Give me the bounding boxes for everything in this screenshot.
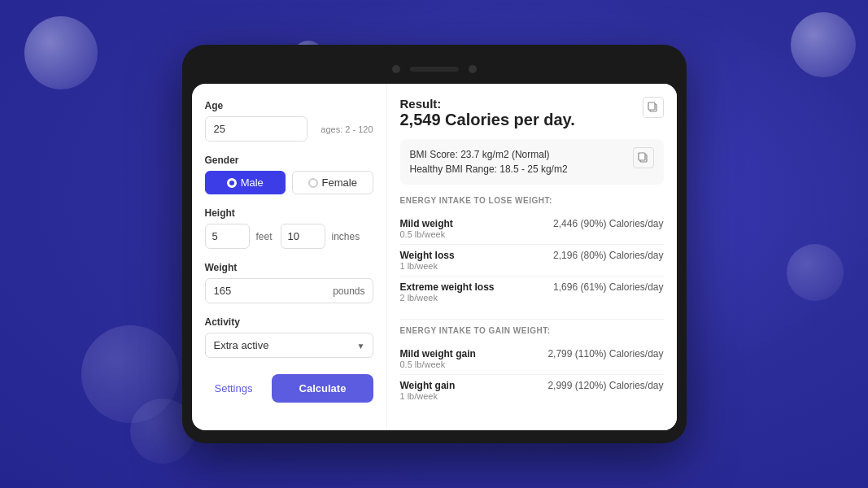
copy-bmi-button[interactable] [633,147,654,168]
height-group: Height feet inches [205,207,373,249]
height-label: Height [205,207,373,219]
gender-female-option[interactable]: Female [292,171,373,194]
app-content: Age ages: 2 - 120 Gender Male [192,84,677,430]
energy-sublabel: 1 lb/week [400,261,455,271]
height-inches-input[interactable] [281,224,325,249]
lose-energy-row: Mild weight 0.5 lb/week 2,446 (90%) Calo… [400,213,664,245]
calculate-button[interactable]: Calculate [272,374,373,403]
bmi-score: BMI Score: 23.7 kg/m2 (Normal) [410,147,568,162]
orb-top-left [24,16,98,89]
gender-label: Gender [205,155,373,166]
activity-group: Activity Sedentary Lightly active Modera… [205,316,373,358]
energy-label: Weight loss [400,250,455,261]
lose-weight-title: ENERGY INTAKE TO LOSE WEIGHT: [400,196,664,205]
lose-energy-row: Weight loss 1 lb/week 2,196 (80%) Calori… [400,245,664,277]
radio-dot-male [227,178,237,188]
weight-input-wrapper: pounds [205,278,373,303]
weight-unit-label: pounds [333,285,364,297]
copy-result-button[interactable] [643,97,664,118]
tablet-camera-right [469,65,477,73]
lose-energy-row: Extreme weight loss 2 lb/week 1,696 (61%… [400,277,664,307]
gender-row: Male Female [205,171,373,194]
gender-male-label: Male [241,176,264,189]
weight-group: Weight pounds [205,262,373,303]
energy-sublabel: 2 lb/week [400,293,495,303]
section-divider [400,319,664,320]
tablet-top-bar [192,54,677,84]
feet-unit-label: feet [256,231,273,242]
age-label: Age [205,100,373,111]
energy-label: Mild weight [400,218,453,229]
right-panel: Result: 2,549 Calories per day. BMI Scor… [387,84,677,430]
weight-label: Weight [205,262,373,273]
gain-weight-section: ENERGY INTAKE TO GAIN WEIGHT: Mild weigh… [400,326,664,406]
result-title: Result: [400,97,575,111]
svg-rect-1 [648,102,655,110]
energy-sublabel: 0.5 lb/week [400,229,453,239]
bmi-text-block: BMI Score: 23.7 kg/m2 (Normal) Healthy B… [410,147,568,176]
energy-value: 2,446 (90%) Calories/day [553,218,663,229]
tablet-speaker [410,67,459,72]
gender-group: Gender Male Female [205,155,373,194]
energy-value: 2,196 (80%) Calories/day [553,250,663,261]
energy-value: 2,999 (120%) Calories/day [547,380,663,391]
result-text-block: Result: 2,549 Calories per day. [400,97,575,129]
result-value: 2,549 Calories per day. [400,111,575,129]
energy-label: Mild weight gain [400,348,476,359]
activity-select[interactable]: Sedentary Lightly active Moderately acti… [205,333,373,358]
bmi-card: BMI Score: 23.7 kg/m2 (Normal) Healthy B… [400,139,664,185]
energy-label-block: Weight gain 1 lb/week [400,380,456,401]
activity-dropdown-wrapper: Sedentary Lightly active Moderately acti… [205,333,373,358]
energy-label-block: Weight loss 1 lb/week [400,250,455,271]
energy-label-block: Extreme weight loss 2 lb/week [400,281,495,303]
lose-rows-container: Mild weight 0.5 lb/week 2,446 (90%) Calo… [400,213,664,307]
height-feet-input[interactable] [205,224,250,249]
inches-unit-label: inches [332,231,360,242]
bmi-range: Healthy BMI Range: 18.5 - 25 kg/m2 [410,162,568,176]
left-panel: Age ages: 2 - 120 Gender Male [192,84,387,430]
energy-sublabel: 0.5 lb/week [400,359,476,369]
orb-mid-right [787,244,844,301]
activity-label: Activity [205,316,373,328]
height-row: feet inches [205,224,373,249]
gender-female-label: Female [322,176,357,189]
radio-dot-inner-male [229,181,234,185]
tablet-frame: Age ages: 2 - 120 Gender Male [182,45,687,443]
age-hint: ages: 2 - 120 [321,124,373,134]
energy-value: 1,696 (61%) Calories/day [553,281,663,293]
energy-sublabel: 1 lb/week [400,391,456,401]
radio-dot-female [308,178,318,188]
gain-weight-title: ENERGY INTAKE TO GAIN WEIGHT: [400,326,664,335]
age-input[interactable] [205,116,308,142]
gain-energy-row: Mild weight gain 0.5 lb/week 2,799 (110%… [400,343,664,375]
gender-male-option[interactable]: Male [205,171,286,194]
energy-label: Extreme weight loss [400,281,495,293]
orb-top-right [791,12,856,77]
tablet-camera [392,65,400,73]
age-group: Age ages: 2 - 120 [205,100,373,142]
lose-weight-section: ENERGY INTAKE TO LOSE WEIGHT: Mild weigh… [400,196,664,307]
gain-rows-container: Mild weight gain 0.5 lb/week 2,799 (110%… [400,343,664,406]
settings-button[interactable]: Settings [205,376,263,401]
energy-label: Weight gain [400,380,456,391]
result-header: Result: 2,549 Calories per day. [400,97,664,129]
weight-row: pounds [205,278,373,303]
button-row: Settings Calculate [205,374,373,403]
energy-value: 2,799 (110%) Calories/day [547,348,663,359]
energy-label-block: Mild weight gain 0.5 lb/week [400,348,476,369]
svg-rect-3 [639,153,645,160]
age-row: ages: 2 - 120 [205,116,373,142]
gain-energy-row: Weight gain 1 lb/week 2,999 (120%) Calor… [400,375,664,406]
energy-label-block: Mild weight 0.5 lb/week [400,218,453,239]
tablet-screen: Age ages: 2 - 120 Gender Male [192,84,677,430]
